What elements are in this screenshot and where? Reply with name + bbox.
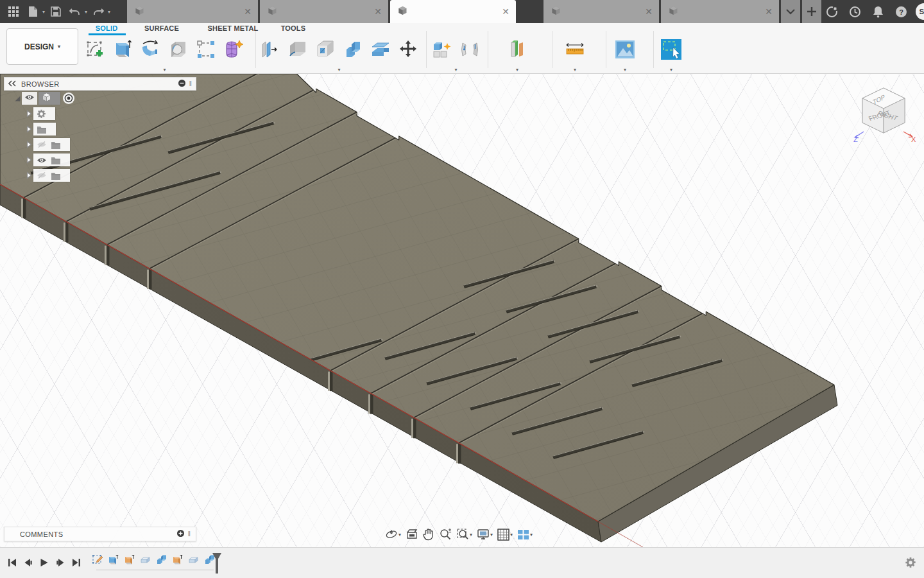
close-icon[interactable]: ✕ [374, 6, 382, 17]
revolve-icon[interactable] [139, 37, 162, 62]
browser-row-sketches[interactable] [4, 168, 196, 183]
bell-icon[interactable] [869, 3, 886, 21]
eye-slash-icon[interactable] [37, 171, 47, 179]
ribbon-group-label[interactable]: ▾ [660, 65, 683, 73]
browser-row-origin[interactable] [4, 137, 196, 152]
browser-row-bodies[interactable] [4, 152, 196, 168]
ribbon-group-label[interactable]: ▾ [563, 65, 586, 73]
new-component-icon[interactable] [431, 37, 454, 62]
ribbon-group-label[interactable]: ▾ [84, 65, 245, 73]
joint-icon[interactable] [458, 37, 481, 62]
offset-face-icon[interactable] [369, 37, 392, 62]
look-at-icon[interactable] [404, 527, 420, 541]
orbit-icon[interactable]: ▾ [384, 527, 402, 542]
collapse-panel-icon[interactable] [8, 80, 16, 89]
eye-icon[interactable] [37, 157, 47, 164]
fit-icon[interactable]: ▾ [455, 527, 474, 542]
document-tab[interactable]: ✕ [390, 0, 516, 23]
form-icon[interactable] [222, 37, 245, 62]
pan-icon[interactable] [422, 527, 436, 542]
redo-icon[interactable] [90, 3, 107, 21]
expand-triangle-icon[interactable] [24, 110, 33, 118]
fillet-icon[interactable] [286, 37, 309, 62]
add-comment-icon[interactable] [176, 529, 185, 540]
document-tab[interactable]: ✕ [260, 0, 388, 23]
3d-viewport[interactable]: BROWSER ‖ [0, 74, 924, 547]
view-cube[interactable]: TOP FRONT RIGHT Z X [848, 83, 919, 153]
document-tab[interactable]: ✕ [661, 0, 779, 23]
press-pull-icon[interactable] [259, 37, 282, 62]
timeline-end-icon[interactable] [71, 556, 82, 569]
tab-solid[interactable]: SOLID [87, 24, 126, 32]
ribbon-group-label[interactable]: ▾ [431, 65, 481, 73]
document-tab[interactable]: ✕ [543, 0, 659, 23]
ribbon-group-label[interactable]: ▾ [506, 65, 529, 73]
expand-triangle-icon[interactable] [24, 125, 33, 133]
chevron-down-icon[interactable]: ▾ [510, 532, 513, 538]
workspace-selector-button[interactable]: DESIGN ▾ [6, 28, 78, 65]
display-settings-icon[interactable]: ▾ [475, 527, 494, 541]
timeline-feature-sketch[interactable] [92, 553, 103, 566]
timeline-step-back-icon[interactable] [22, 556, 34, 569]
hole-icon[interactable] [167, 37, 190, 62]
save-icon[interactable] [47, 3, 64, 21]
ribbon-group-label[interactable]: ▾ [613, 65, 637, 73]
file-icon[interactable] [24, 3, 41, 21]
browser-row-named-views[interactable] [4, 121, 196, 137]
clock-icon[interactable] [846, 3, 863, 21]
chevron-down-icon[interactable]: ▾ [530, 532, 533, 538]
close-icon[interactable]: ✕ [244, 6, 252, 17]
view-cube-body[interactable]: TOP FRONT RIGHT [862, 88, 905, 133]
extension-icon[interactable] [823, 3, 840, 21]
timeline-feature-box-light[interactable] [140, 553, 151, 566]
timeline-feature-combine-blue[interactable] [156, 553, 167, 566]
measure-icon[interactable] [563, 37, 586, 62]
pattern-icon[interactable] [194, 37, 218, 62]
tab-surface[interactable]: SURFACE [142, 24, 182, 32]
close-icon[interactable]: ✕ [645, 6, 653, 17]
tab-list-chevron-icon[interactable] [781, 0, 800, 23]
chevron-down-icon[interactable]: ▾ [490, 532, 493, 538]
timeline-feature-extrude-orange[interactable] [124, 553, 135, 566]
document-tab[interactable]: ✕ [127, 0, 258, 23]
panel-drag-handle[interactable]: ‖ [189, 80, 192, 87]
combine-icon[interactable] [341, 37, 364, 62]
expand-triangle-icon[interactable] [24, 141, 33, 148]
move-icon[interactable] [397, 37, 420, 62]
close-icon[interactable]: ✕ [765, 6, 773, 17]
timeline-playhead[interactable] [212, 553, 222, 576]
expand-triangle-icon[interactable] [24, 171, 33, 179]
browser-row-document-settings[interactable] [4, 106, 196, 121]
file-caret-icon[interactable]: ▾ [42, 9, 45, 15]
select-icon[interactable] [660, 37, 683, 62]
browser-row-root[interactable] [4, 91, 196, 106]
shell-icon[interactable] [314, 37, 337, 62]
undo-caret-icon[interactable]: ▾ [85, 9, 87, 15]
undo-icon[interactable] [67, 3, 83, 21]
new-tab-button[interactable] [802, 0, 821, 23]
ribbon-group-label[interactable]: ▾ [259, 65, 420, 73]
close-icon[interactable]: ✕ [502, 6, 509, 17]
extrude-icon[interactable] [112, 37, 135, 62]
panel-drag-handle[interactable]: ‖ [188, 530, 191, 538]
minimize-panel-icon[interactable] [178, 79, 186, 89]
tab-tools[interactable]: TOOLS [277, 24, 309, 32]
insert-image-icon[interactable] [613, 37, 637, 62]
timeline-feature-extrude-orange[interactable] [172, 553, 184, 566]
eye-slash-icon[interactable] [37, 141, 47, 148]
tab-sheet-metal[interactable]: SHEET METAL [204, 24, 262, 32]
timeline-feature-extrude-blue[interactable] [108, 553, 119, 566]
viewports-icon[interactable]: ▾ [516, 528, 534, 541]
chevron-down-icon[interactable]: ▾ [470, 532, 472, 538]
zoom-icon[interactable] [438, 527, 453, 542]
expand-triangle-icon[interactable] [24, 156, 33, 164]
help-icon[interactable]: ? [893, 3, 909, 21]
chevron-down-icon[interactable]: ▾ [398, 532, 401, 538]
timeline-play-icon[interactable] [38, 556, 50, 569]
create-sketch-icon[interactable] [84, 37, 107, 62]
timeline-settings-gear-icon[interactable] [905, 557, 916, 571]
activate-component-radio[interactable] [63, 92, 74, 104]
timeline-step-forward-icon[interactable] [55, 556, 66, 569]
visibility-toggle[interactable] [22, 92, 37, 105]
expand-triangle-icon[interactable] [13, 95, 22, 102]
